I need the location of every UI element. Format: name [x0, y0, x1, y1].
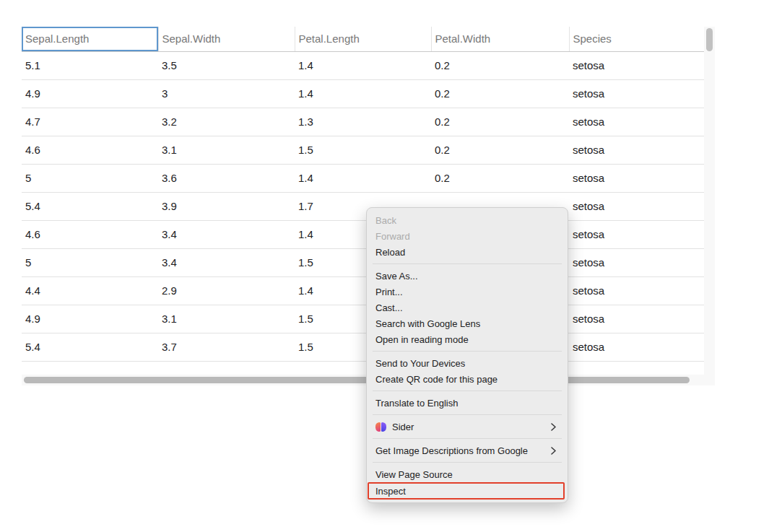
menu-item-label: Forward	[375, 231, 410, 242]
table-cell: 3.6	[158, 164, 295, 192]
menu-item-label: Send to Your Devices	[375, 358, 465, 369]
table-cell: 5	[22, 164, 158, 192]
menu-separator	[373, 414, 562, 415]
menu-item-send-to-your-devices[interactable]: Send to Your Devices	[367, 355, 568, 371]
menu-item-cast[interactable]: Cast...	[367, 300, 568, 315]
table-row[interactable]: 53.41.5setosa	[22, 248, 704, 276]
table-cell: setosa	[569, 108, 704, 136]
menu-item-reload[interactable]: Reload	[367, 244, 568, 260]
menu-item-forward: Forward	[367, 228, 568, 244]
table-row[interactable]: 4.73.21.30.2setosa	[22, 108, 704, 136]
column-header-petal-length[interactable]: Petal.Length	[295, 27, 431, 51]
table-cell: 1.3	[295, 108, 431, 136]
menu-item-label: View Page Source	[375, 469, 453, 480]
menu-item-save-as[interactable]: Save As...	[367, 268, 568, 284]
table-row[interactable]: 5.43.91.7setosa	[22, 192, 704, 220]
table-cell: 1.4	[295, 79, 431, 108]
chevron-right-icon	[551, 447, 559, 455]
table-cell: 5.1	[22, 51, 158, 79]
table-cell: setosa	[569, 276, 704, 305]
table-cell: 4.9	[22, 305, 158, 333]
table-cell: 1.4	[295, 164, 431, 192]
table-cell: 3.1	[158, 305, 295, 333]
chevron-right-icon	[551, 423, 559, 431]
menu-item-print[interactable]: Print...	[367, 284, 568, 300]
menu-item-back: Back	[367, 212, 568, 228]
table-cell: 5	[22, 248, 158, 276]
table-row[interactable]: 5.43.71.5setosa	[22, 333, 704, 361]
menu-separator	[373, 462, 562, 463]
menu-item-view-page-source[interactable]: View Page Source	[367, 466, 568, 482]
table-cell: 4.4	[22, 276, 158, 305]
table-cell: 0.2	[431, 51, 569, 79]
column-header-sepal-length[interactable]: Sepal.Length	[22, 27, 158, 51]
table-cell: 3.5	[158, 51, 295, 79]
menu-item-label: Get Image Descriptions from Google	[375, 445, 528, 456]
table-cell: 3.4	[158, 248, 295, 276]
table-row[interactable]: 4.63.41.4setosa	[22, 220, 704, 248]
table-cell: 5.4	[22, 192, 158, 220]
table-row[interactable]: 4.42.91.4setosa	[22, 276, 704, 305]
column-header-sepal-width[interactable]: Sepal.Width	[158, 27, 295, 51]
menu-separator	[373, 391, 562, 391]
menu-item-search-with-google-lens[interactable]: Search with Google Lens	[367, 315, 568, 331]
menu-item-label: Translate to English	[375, 398, 458, 409]
menu-item-label: Inspect	[375, 486, 406, 497]
table-cell: 0.2	[431, 108, 569, 136]
table-cell: setosa	[569, 333, 704, 361]
table-row[interactable]: 5.13.51.40.2setosa	[22, 51, 704, 79]
table-row[interactable]: 4.931.40.2setosa	[22, 79, 704, 108]
menu-item-label: Open in reading mode	[375, 334, 469, 345]
table-cell: 4.6	[22, 136, 158, 164]
menu-item-translate-to-english[interactable]: Translate to English	[367, 395, 568, 411]
table-cell: setosa	[569, 248, 704, 276]
vertical-scrollbar-thumb[interactable]	[706, 28, 713, 51]
table-cell: setosa	[569, 220, 704, 248]
table-cell: 3	[158, 79, 295, 108]
table-cell: 4.7	[22, 108, 158, 136]
sider-brain-icon	[375, 422, 386, 432]
menu-item-create-qr-code-for-this-page[interactable]: Create QR code for this page	[367, 371, 568, 387]
table-cell: 3.1	[158, 136, 295, 164]
menu-item-label: Back	[375, 215, 396, 226]
menu-item-inspect[interactable]: Inspect	[368, 482, 565, 500]
menu-item-label: Create QR code for this page	[375, 374, 498, 385]
menu-item-sider[interactable]: Sider	[367, 419, 568, 435]
table-cell: setosa	[569, 164, 704, 192]
table-cell: 3.2	[158, 108, 295, 136]
menu-item-label: Sider	[392, 422, 414, 432]
table-cell: setosa	[569, 192, 704, 220]
menu-item-label: Save As...	[375, 271, 418, 282]
table-cell: 1.4	[295, 51, 431, 79]
browser-context-menu: BackForwardReloadSave As...Print...Cast.…	[366, 207, 568, 503]
table-row[interactable]: 4.63.11.50.2setosa	[22, 136, 704, 164]
menu-separator	[373, 351, 562, 352]
table-cell: 5.4	[22, 333, 158, 361]
menu-separator	[373, 263, 562, 264]
table-cell: setosa	[569, 51, 704, 79]
menu-item-label: Reload	[375, 247, 405, 258]
menu-item-open-in-reading-mode[interactable]: Open in reading mode	[367, 331, 568, 347]
data-table: Sepal.LengthSepal.WidthPetal.LengthPetal…	[22, 27, 705, 362]
table-cell: 2.9	[158, 276, 295, 305]
table-cell: setosa	[569, 79, 704, 108]
vertical-scrollbar[interactable]	[704, 27, 715, 375]
menu-item-get-image-descriptions-from-google[interactable]: Get Image Descriptions from Google	[367, 442, 568, 458]
table-cell: 0.2	[431, 164, 569, 192]
table-header-row: Sepal.LengthSepal.WidthPetal.LengthPetal…	[22, 27, 704, 51]
menu-separator	[373, 438, 562, 439]
table-row[interactable]: 4.93.11.5setosa	[22, 305, 704, 333]
table-cell: 1.5	[295, 136, 431, 164]
column-header-petal-width[interactable]: Petal.Width	[431, 27, 569, 51]
horizontal-scrollbar-thumb[interactable]	[24, 377, 690, 383]
table-cell: 4.6	[22, 220, 158, 248]
table-cell: 3.4	[158, 220, 295, 248]
table-cell: setosa	[569, 305, 704, 333]
menu-item-label: Print...	[375, 287, 403, 297]
table-cell: setosa	[569, 136, 704, 164]
column-header-species[interactable]: Species	[569, 27, 704, 51]
table-cell: 4.9	[22, 79, 158, 108]
table-cell: 3.7	[158, 333, 295, 361]
table-row[interactable]: 53.61.40.2setosa	[22, 164, 704, 192]
table-cell: 3.9	[158, 192, 295, 220]
